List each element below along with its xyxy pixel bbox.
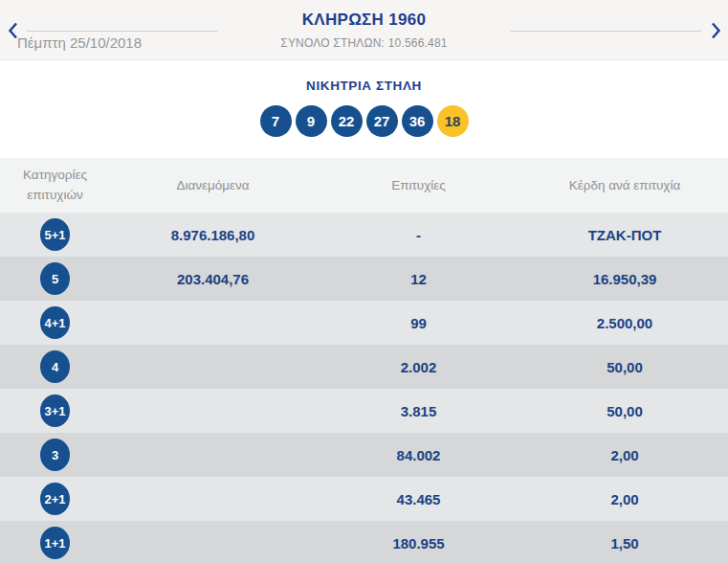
draw-header: ΚΛΗΡΩΣΗ 1960 ΣΥΝΟΛΟ ΣΤΗΛΩΝ: 10.566.481 Π… <box>0 0 728 60</box>
distributed-cell: 8.976.186,80 <box>110 227 316 243</box>
prize-cell: 1,50 <box>521 535 728 552</box>
results-table-body: 5+1 8.976.186,80 - ΤΖΑΚ-ΠΟΤ 5 203.404,76… <box>0 213 728 563</box>
winners-cell: 99 <box>316 315 521 331</box>
table-row: 5 203.404,76 12 16.950,39 <box>0 257 728 301</box>
winning-column-section: ΝΙΚΗΤΡΙΑ ΣΤΗΛΗ 7 9 22 27 36 18 <box>0 60 728 158</box>
winning-number-ball: 22 <box>331 105 363 137</box>
draw-date: Πέμπτη 25/10/2018 <box>17 34 142 51</box>
next-draw-button[interactable] <box>708 21 723 40</box>
winning-number-ball: 36 <box>402 105 433 137</box>
category-badge: 5+1 <box>40 218 70 251</box>
header-divider-left <box>27 31 218 32</box>
table-row: 4 2.002 50,00 <box>0 345 728 389</box>
category-badge: 1+1 <box>40 527 70 559</box>
joker-number-ball: 18 <box>437 105 469 137</box>
category-badge: 2+1 <box>40 483 70 515</box>
winning-numbers: 7 9 22 27 36 18 <box>0 105 728 137</box>
category-badge: 4+1 <box>40 306 70 339</box>
draw-results-page: ΚΛΗΡΩΣΗ 1960 ΣΥΝΟΛΟ ΣΤΗΛΩΝ: 10.566.481 Π… <box>0 0 728 563</box>
prize-cell: ΤΖΑΚ-ΠΟΤ <box>521 227 728 243</box>
category-badge: 4 <box>40 350 70 383</box>
draw-title: ΚΛΗΡΩΣΗ 1960 <box>0 0 728 30</box>
winners-cell: 2.002 <box>316 359 521 375</box>
results-table-header: Κατηγορίες επιτυχιών Διανεμόμενα Επιτυχί… <box>0 158 728 213</box>
winners-cell: 3.815 <box>316 403 521 419</box>
prize-cell: 50,00 <box>521 359 728 375</box>
chevron-right-icon <box>711 22 721 39</box>
winning-column-title: ΝΙΚΗΤΡΙΑ ΣΤΗΛΗ <box>0 60 728 93</box>
winners-cell: 12 <box>316 271 521 287</box>
winning-number-ball: 27 <box>366 105 398 137</box>
winners-cell: 84.002 <box>316 447 521 463</box>
distributed-cell: 203.404,76 <box>110 271 316 287</box>
winning-number-ball: 7 <box>260 105 292 137</box>
prize-cell: 2,00 <box>521 491 728 507</box>
prize-cell: 2,00 <box>521 447 728 463</box>
table-row: 3+1 3.815 50,00 <box>0 389 728 433</box>
winning-number-ball: 9 <box>296 105 327 137</box>
category-badge: 3 <box>40 439 70 471</box>
prize-cell: 2.500,00 <box>521 315 728 331</box>
prize-cell: 50,00 <box>521 403 728 419</box>
table-row: 2+1 43.465 2,00 <box>0 477 728 521</box>
col-header-distributed: Διανεμόμενα <box>110 178 316 192</box>
winners-cell: 43.465 <box>316 491 521 507</box>
table-row: 3 84.002 2,00 <box>0 433 728 477</box>
table-row: 4+1 99 2.500,00 <box>0 301 728 345</box>
winners-cell: - <box>316 227 521 243</box>
col-header-winners: Επιτυχίες <box>316 178 521 192</box>
table-row: 1+1 180.955 1,50 <box>0 521 728 563</box>
chevron-left-icon <box>8 22 18 39</box>
category-badge: 3+1 <box>40 394 70 427</box>
prize-cell: 16.950,39 <box>521 271 728 287</box>
results-table: Κατηγορίες επιτυχιών Διανεμόμενα Επιτυχί… <box>0 158 728 563</box>
header-divider-right <box>510 31 701 32</box>
table-row: 5+1 8.976.186,80 - ΤΖΑΚ-ΠΟΤ <box>0 213 728 257</box>
col-header-categories: Κατηγορίες επιτυχιών <box>0 166 110 206</box>
col-header-prize: Κέρδη ανά επιτυχία <box>521 178 728 192</box>
category-badge: 5 <box>40 262 70 295</box>
winners-cell: 180.955 <box>316 535 521 552</box>
